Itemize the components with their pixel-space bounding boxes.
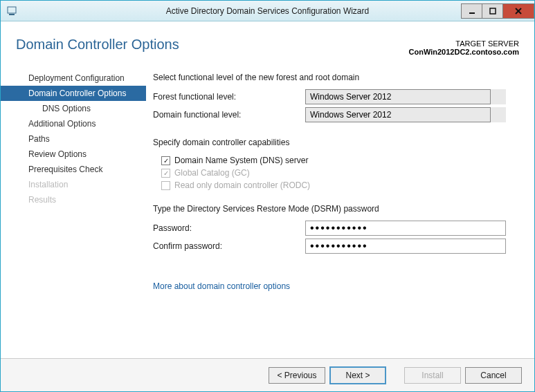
wizard-step[interactable]: Prerequisites Check — [1, 162, 146, 177]
forest-level-label: Forest functional level: — [153, 92, 305, 102]
capabilities-label: Specify domain controller capabilities — [153, 138, 514, 147]
target-server-name: ConWin2012DC2.contoso.com — [409, 48, 519, 56]
dns-server-checkbox[interactable]: ✓ — [161, 156, 170, 165]
wizard-steps: Deployment ConfigurationDomain Controlle… — [1, 60, 146, 358]
previous-button[interactable]: < Previous — [269, 367, 325, 384]
rodc-checkbox — [161, 181, 170, 190]
cancel-button[interactable]: Cancel — [465, 367, 522, 384]
domain-level-label: Domain functional level: — [153, 110, 305, 120]
more-about-link[interactable]: More about domain controller options — [153, 281, 290, 291]
global-catalog-checkbox-row: ✓ Global Catalog (GC) — [153, 167, 514, 179]
dns-server-checkbox-label: Domain Name System (DNS) server — [174, 156, 308, 165]
wizard-step[interactable]: Review Options — [1, 147, 146, 162]
wizard-step[interactable]: DNS Options — [1, 101, 146, 116]
wizard-step[interactable]: Paths — [1, 131, 146, 147]
rodc-checkbox-row: Read only domain controller (RODC) — [153, 179, 514, 192]
install-button: Install — [404, 367, 461, 384]
confirm-password-label: Confirm password: — [153, 241, 305, 251]
domain-level-select[interactable]: Windows Server 2012 — [305, 107, 506, 122]
dsrm-label: Type the Directory Services Restore Mode… — [153, 204, 514, 214]
svg-rect-1 — [9, 14, 15, 15]
wizard-step[interactable]: Additional Options — [1, 116, 146, 131]
target-server-label: TARGET SERVER — [409, 39, 519, 48]
functional-level-label: Select functional level of the new fores… — [153, 73, 514, 82]
server-manager-icon — [6, 5, 19, 17]
svg-rect-0 — [8, 7, 16, 13]
close-button[interactable] — [502, 3, 534, 19]
confirm-password-input[interactable] — [305, 239, 506, 254]
next-button[interactable]: Next > — [329, 366, 386, 384]
rodc-checkbox-label: Read only domain controller (RODC) — [174, 180, 310, 190]
wizard-footer: < Previous Next > Install Cancel — [1, 358, 534, 391]
wizard-step[interactable]: Deployment Configuration — [1, 71, 146, 86]
title-bar: Active Directory Domain Services Configu… — [1, 1, 534, 21]
maximize-button[interactable] — [482, 3, 502, 19]
svg-rect-3 — [490, 8, 496, 14]
page-header: Domain Controller Options TARGET SERVER … — [1, 21, 534, 60]
password-input[interactable] — [305, 221, 506, 236]
page-title: Domain Controller Options — [16, 37, 409, 53]
global-catalog-checkbox: ✓ — [161, 169, 170, 178]
window-title: Active Directory Domain Services Configu… — [1, 6, 534, 16]
forest-level-select[interactable]: Windows Server 2012 — [305, 89, 506, 104]
minimize-button[interactable] — [461, 3, 482, 19]
target-server-block: TARGET SERVER ConWin2012DC2.contoso.com — [409, 39, 519, 56]
main-panel: Select functional level of the new fores… — [146, 60, 534, 358]
wizard-step: Results — [1, 192, 146, 207]
wizard-step: Installation — [1, 177, 146, 192]
password-label: Password: — [153, 223, 305, 233]
wizard-step[interactable]: Domain Controller Options — [1, 86, 146, 101]
global-catalog-checkbox-label: Global Catalog (GC) — [174, 168, 250, 178]
dns-server-checkbox-row: ✓ Domain Name System (DNS) server — [153, 154, 514, 167]
